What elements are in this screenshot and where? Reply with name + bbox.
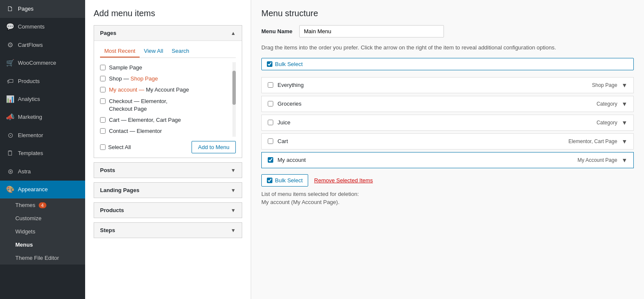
posts-accordion: Posts ▼ bbox=[94, 162, 242, 178]
bulk-select-bottom-label: Bulk Select bbox=[275, 177, 303, 184]
page-name-shop: Shop — Shop Page bbox=[109, 75, 158, 83]
sidebar-item-marketing-label: Marketing bbox=[18, 113, 42, 121]
analytics-icon: 📊 bbox=[6, 95, 14, 104]
sidebar-item-analytics[interactable]: 📊 Analytics bbox=[0, 90, 85, 108]
sidebar-item-templates[interactable]: 🗒 Templates bbox=[0, 144, 85, 162]
page-checkbox-shop[interactable] bbox=[100, 76, 106, 81]
sidebar-sub-menu: Themes 4 Customize Widgets Menus Theme F… bbox=[0, 198, 85, 264]
remove-selected-button[interactable]: Remove Selected Items bbox=[314, 177, 373, 184]
sidebar-item-appearance[interactable]: 🎨 Appearance bbox=[0, 181, 85, 198]
sidebar-item-products[interactable]: 🏷 Products bbox=[0, 72, 85, 90]
menu-item-groceries-name: Groceries bbox=[278, 101, 301, 107]
bulk-select-bottom-row: Bulk Select Remove Selected Items bbox=[261, 174, 634, 187]
page-checkbox-contact[interactable] bbox=[100, 128, 106, 134]
sidebar-sub-menus[interactable]: Menus bbox=[0, 238, 85, 251]
appearance-icon: 🎨 bbox=[6, 185, 14, 194]
bulk-select-bottom-button[interactable]: Bulk Select bbox=[261, 174, 308, 187]
sidebar-sub-customize[interactable]: Customize bbox=[0, 212, 85, 225]
deletion-notice: List of menu items selected for deletion… bbox=[261, 190, 634, 207]
menu-item-myaccount-chevron[interactable]: ▼ bbox=[621, 157, 627, 164]
sidebar-item-cartflows[interactable]: ⚙ CartFlows bbox=[0, 36, 85, 54]
add-menu-items-title: Add menu items bbox=[94, 9, 242, 18]
menu-item-groceries-type: Category bbox=[596, 101, 617, 107]
theme-file-editor-label: Theme File Editor bbox=[15, 255, 59, 261]
menu-item-everything-chevron[interactable]: ▼ bbox=[621, 82, 627, 89]
bulk-select-top-checkbox[interactable] bbox=[267, 61, 272, 67]
main-content: Add menu items Pages ▲ Most Recent View … bbox=[85, 0, 644, 299]
menu-item-juice-checkbox[interactable] bbox=[268, 120, 273, 125]
menus-label: Menus bbox=[15, 242, 33, 248]
page-checkbox-myaccount[interactable] bbox=[100, 87, 106, 92]
select-all-label[interactable]: Select All bbox=[100, 144, 131, 150]
themes-badge: 4 bbox=[39, 202, 46, 208]
posts-chevron-down: ▼ bbox=[231, 167, 236, 173]
tab-view-all[interactable]: View All bbox=[140, 45, 167, 58]
products-chevron-down: ▼ bbox=[231, 207, 236, 213]
sidebar-item-elementor-label: Elementor bbox=[18, 132, 43, 139]
menu-item-everything-checkbox[interactable] bbox=[268, 82, 273, 88]
list-item: Cart — Elementor, Cart Page bbox=[100, 115, 236, 126]
sidebar-sub-theme-file-editor[interactable]: Theme File Editor bbox=[0, 251, 85, 264]
steps-accordion-header[interactable]: Steps ▼ bbox=[94, 223, 242, 238]
menu-item-juice-left: Juice bbox=[268, 119, 290, 126]
sidebar-item-elementor[interactable]: ⊙ Elementor bbox=[0, 126, 85, 144]
select-all-checkbox[interactable] bbox=[100, 144, 106, 150]
sidebar-item-astra[interactable]: ⊛ Astra bbox=[0, 163, 85, 181]
pages-scrollbar-thumb bbox=[232, 71, 236, 105]
landing-pages-accordion-label: Landing Pages bbox=[100, 187, 139, 193]
menu-structure-title: Menu structure bbox=[261, 9, 634, 18]
menu-item-cart: Cart Elementor, Cart Page ▼ bbox=[261, 133, 634, 150]
menu-item-myaccount-right: My Account Page ▼ bbox=[578, 157, 627, 164]
menu-item-cart-name: Cart bbox=[278, 138, 288, 144]
sidebar-item-pages[interactable]: 🗋 Pages bbox=[0, 0, 85, 18]
tab-search[interactable]: Search bbox=[167, 45, 193, 58]
bulk-select-top-button[interactable]: Bulk Select bbox=[261, 58, 634, 70]
posts-accordion-header[interactable]: Posts ▼ bbox=[94, 163, 242, 178]
page-checkbox-cart[interactable] bbox=[100, 117, 106, 123]
elementor-icon: ⊙ bbox=[6, 131, 14, 140]
products-accordion: Products ▼ bbox=[94, 202, 242, 218]
sidebar-item-comments[interactable]: 💬 Comments bbox=[0, 18, 85, 36]
menu-structure-panel: Menu structure Menu Name Drag the items … bbox=[251, 0, 644, 299]
sidebar-item-cartflows-label: CartFlows bbox=[18, 41, 43, 49]
menu-name-label: Menu Name bbox=[261, 28, 292, 34]
add-menu-items-panel: Add menu items Pages ▲ Most Recent View … bbox=[85, 0, 251, 299]
posts-accordion-label: Posts bbox=[100, 167, 115, 173]
menu-item-groceries-right: Category ▼ bbox=[596, 101, 627, 107]
add-to-menu-button[interactable]: Add to Menu bbox=[192, 141, 236, 153]
sidebar-item-marketing[interactable]: 📣 Marketing bbox=[0, 108, 85, 126]
menu-item-cart-checkbox[interactable] bbox=[268, 138, 273, 144]
sidebar-item-products-label: Products bbox=[18, 78, 40, 85]
products-accordion-header[interactable]: Products ▼ bbox=[94, 203, 242, 218]
deletion-notice-label: List of menu items selected for deletion… bbox=[261, 191, 359, 197]
menu-item-juice-name: Juice bbox=[278, 119, 290, 126]
pages-list-container: Sample Page Shop — Shop Page My account … bbox=[100, 62, 236, 137]
menu-name-input[interactable] bbox=[299, 25, 444, 37]
page-checkbox-sample[interactable] bbox=[100, 65, 106, 70]
astra-icon: ⊛ bbox=[6, 167, 14, 176]
menu-item-myaccount-type: My Account Page bbox=[578, 157, 617, 163]
landing-pages-accordion-header[interactable]: Landing Pages ▼ bbox=[94, 183, 242, 198]
page-checkbox-checkout[interactable] bbox=[100, 98, 106, 104]
menu-item-juice-chevron[interactable]: ▼ bbox=[621, 119, 627, 126]
menu-item-cart-chevron[interactable]: ▼ bbox=[621, 138, 627, 145]
themes-label: Themes bbox=[15, 202, 35, 208]
pages-accordion-header[interactable]: Pages ▲ bbox=[94, 26, 242, 40]
menu-item-myaccount-checkbox[interactable] bbox=[268, 157, 273, 163]
menu-item-groceries-checkbox[interactable] bbox=[268, 101, 273, 106]
sidebar-sub-themes[interactable]: Themes 4 bbox=[0, 198, 85, 212]
menu-item-myaccount-left: My account bbox=[268, 157, 306, 163]
menu-item-everything-name: Everything bbox=[278, 82, 303, 88]
menu-item-groceries-chevron[interactable]: ▼ bbox=[621, 101, 627, 107]
tab-most-recent[interactable]: Most Recent bbox=[100, 45, 140, 58]
marketing-icon: 📣 bbox=[6, 112, 14, 122]
sidebar-sub-widgets[interactable]: Widgets bbox=[0, 225, 85, 238]
list-item: Shop — Shop Page bbox=[100, 73, 236, 84]
sidebar-item-woocommerce[interactable]: 🛒 WooCommerce bbox=[0, 54, 85, 72]
cartflows-icon: ⚙ bbox=[6, 40, 14, 50]
bulk-select-bottom-checkbox[interactable] bbox=[267, 178, 272, 183]
menu-item-groceries: Groceries Category ▼ bbox=[261, 96, 634, 112]
page-name-checkout: Checkout — Elementor,Checkout Page bbox=[109, 98, 167, 113]
pages-tab-bar: Most Recent View All Search bbox=[100, 45, 236, 58]
steps-chevron-down: ▼ bbox=[231, 227, 236, 233]
